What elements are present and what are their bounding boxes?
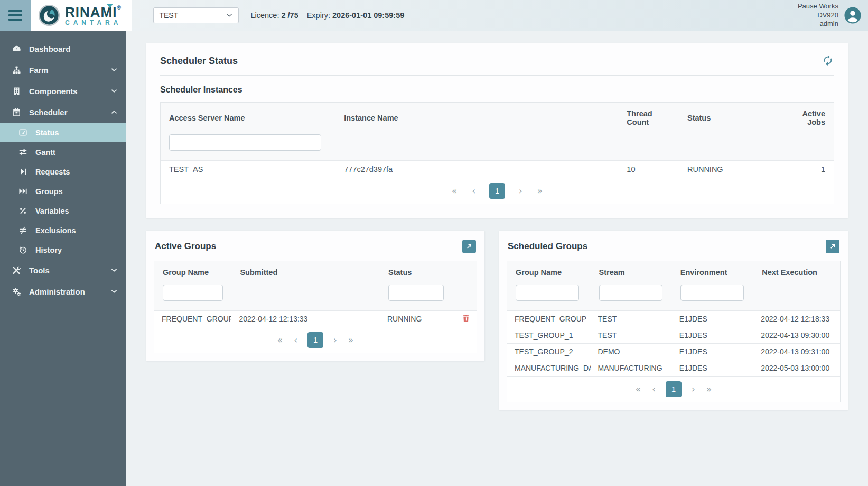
- sidebar-item-status[interactable]: Status: [0, 123, 126, 142]
- stream-filter-input[interactable]: [599, 285, 662, 301]
- table-row[interactable]: FREQUENT_GROUP TEST E1JDES 2022-04-12 12…: [507, 310, 840, 327]
- refresh-button[interactable]: [822, 54, 834, 67]
- environment-select-value: TEST: [159, 11, 178, 20]
- environment-cell: E1JDES: [672, 311, 753, 327]
- menu-toggle-button[interactable]: [0, 0, 31, 31]
- table-row[interactable]: TEST_GROUP_2 DEMO E1JDES 2022-04-13 09:3…: [507, 343, 840, 360]
- table-row[interactable]: TEST_AS 777c27d397fa 10 RUNNING 1: [161, 160, 834, 178]
- building-icon: [12, 86, 21, 96]
- user-company: Pause Works: [798, 2, 838, 11]
- registered-mark: ®: [117, 5, 121, 11]
- chevron-down-icon: [226, 12, 233, 19]
- expand-active-groups-button[interactable]: [462, 240, 476, 253]
- sidebar-item-farm[interactable]: Farm: [0, 59, 126, 80]
- group-name-cell: TEST_GROUP_1: [507, 327, 591, 343]
- column-header: Group Name: [507, 261, 591, 283]
- page-number-button[interactable]: 1: [307, 332, 323, 348]
- tools-icon: [12, 265, 21, 275]
- access-server-name-filter-input[interactable]: [169, 134, 321, 151]
- table-row[interactable]: TEST_GROUP_1 TEST E1JDES 2022-04-13 09:3…: [507, 327, 840, 343]
- instance-name-cell: 777c27d397fa: [335, 161, 618, 178]
- last-page-button[interactable]: »: [536, 186, 544, 196]
- table-row[interactable]: FREQUENT_GROUP 2022-04-12 12:13:33 RUNNI…: [154, 310, 477, 327]
- tachometer-icon: [18, 128, 27, 137]
- sidebar-item-administration[interactable]: Administration: [0, 281, 126, 302]
- user-avatar[interactable]: [844, 6, 862, 24]
- column-header: Status: [380, 261, 452, 283]
- scheduler-status-card: Scheduler Status Scheduler Instances Acc…: [146, 43, 848, 218]
- sidebar-item-requests[interactable]: Requests: [0, 162, 126, 181]
- expand-scheduled-groups-button[interactable]: [826, 240, 839, 253]
- environment-filter-input[interactable]: [680, 285, 744, 301]
- sidebar-item-tools[interactable]: Tools: [0, 260, 126, 281]
- next-execution-cell: 2022-05-03 13:00:00: [753, 360, 840, 376]
- page-number-button[interactable]: 1: [489, 183, 505, 199]
- stream-cell: TEST: [591, 327, 672, 343]
- sidebar-item-gantt[interactable]: Gantt: [0, 142, 126, 162]
- sidebar-item-dashboard[interactable]: Dashboard: [0, 38, 126, 59]
- first-page-button[interactable]: «: [451, 186, 458, 196]
- submitted-cell: 2022-04-12 12:13:33: [231, 311, 380, 327]
- logo[interactable]: RINAMI® CANTARA: [31, 0, 132, 31]
- column-header: Access Server Name: [161, 107, 335, 129]
- table-filter-row: [154, 283, 477, 310]
- previous-page-button[interactable]: ‹: [471, 186, 477, 196]
- page-title: Scheduler Status: [160, 56, 238, 67]
- logo-emblem-icon: [38, 4, 60, 26]
- active-groups-pagination: « ‹ 1 › »: [154, 327, 477, 353]
- group-name-filter-input[interactable]: [163, 285, 223, 301]
- sidebar-item-variables[interactable]: Variables: [0, 201, 126, 221]
- page-number-button[interactable]: 1: [666, 381, 682, 397]
- scheduled-groups-pagination: « ‹ 1 › »: [507, 376, 840, 402]
- hamburger-icon: [8, 10, 22, 12]
- sidebar-item-history[interactable]: History: [0, 240, 126, 260]
- licence-label: Licence:: [250, 11, 279, 20]
- sidebar-item-label: Tools: [29, 266, 50, 275]
- user-name: admin: [798, 20, 838, 29]
- access-server-name-cell: TEST_AS: [161, 161, 335, 178]
- column-header: Instance Name: [335, 107, 618, 129]
- first-page-button[interactable]: «: [276, 335, 284, 345]
- scheduler-instances-table: Access Server Name Instance Name Thread …: [160, 102, 834, 204]
- column-header: Submitted: [231, 261, 380, 283]
- next-page-button[interactable]: ›: [518, 186, 524, 196]
- chevron-down-icon: [110, 267, 118, 274]
- percent-icon: [18, 206, 27, 216]
- last-page-button[interactable]: »: [347, 335, 354, 345]
- not-equal-icon: [18, 226, 27, 235]
- logo-secondary: CANTARA: [65, 20, 122, 26]
- status-filter-input[interactable]: [388, 285, 444, 301]
- group-name-cell: FREQUENT_GROUP: [154, 311, 231, 327]
- sidebar-item-groups[interactable]: Groups: [0, 181, 126, 201]
- gears-icon: [12, 287, 21, 296]
- sidebar-item-label: Scheduler: [29, 108, 68, 117]
- active-jobs-cell: 1: [787, 161, 834, 178]
- table-filter-row: [507, 283, 840, 310]
- environment-select[interactable]: TEST: [153, 7, 239, 23]
- sidebar: Dashboard Farm Components Scheduler Stat…: [0, 31, 126, 486]
- stream-cell: TEST: [591, 311, 672, 327]
- previous-page-button[interactable]: ‹: [651, 384, 657, 395]
- next-page-button[interactable]: ›: [332, 335, 338, 345]
- stream-cell: MANUFACTURING: [591, 360, 672, 376]
- fast-forward-icon: [18, 187, 27, 196]
- previous-page-button[interactable]: ‹: [293, 335, 298, 345]
- delete-group-button[interactable]: [461, 314, 471, 324]
- sidebar-item-components[interactable]: Components: [0, 80, 126, 102]
- scheduled-groups-title: Scheduled Groups: [508, 241, 587, 252]
- expiry-label: Expiry:: [307, 11, 330, 20]
- sidebar-item-label: Administration: [29, 287, 85, 296]
- table-row[interactable]: MANUFACTURING_DAY_ MANUFACTURING E1JDES …: [507, 360, 840, 376]
- group-name-cell: FREQUENT_GROUP: [507, 311, 591, 327]
- group-name-filter-input[interactable]: [516, 285, 579, 301]
- thread-count-cell: 10: [618, 161, 679, 178]
- stream-cell: DEMO: [591, 344, 672, 360]
- active-groups-table: Group Name Submitted Status FRE: [154, 261, 477, 353]
- sidebar-item-exclusions[interactable]: Exclusions: [0, 221, 126, 240]
- sidebar-item-scheduler[interactable]: Scheduler: [0, 102, 126, 123]
- expand-icon: [465, 243, 473, 250]
- next-page-button[interactable]: ›: [690, 384, 696, 395]
- column-header: Active Jobs: [787, 103, 834, 133]
- last-page-button[interactable]: »: [705, 384, 713, 395]
- first-page-button[interactable]: «: [634, 384, 642, 395]
